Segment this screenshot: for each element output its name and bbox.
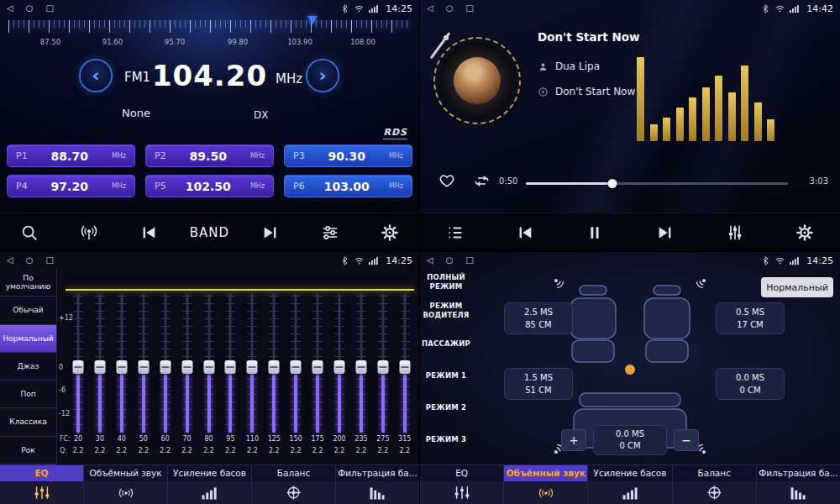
preset-button-p3[interactable]: P3 90.30 MHz: [284, 144, 412, 167]
tab-balance[interactable]: Баланс: [673, 465, 757, 504]
eq-band-slider[interactable]: [330, 294, 349, 433]
eq-preset-custom[interactable]: Обычай: [0, 297, 56, 324]
eq-band-slider[interactable]: [265, 294, 283, 433]
next-station-button[interactable]: ›: [307, 60, 338, 91]
tab-filter[interactable]: Фильтрация ба...: [757, 465, 840, 504]
eq-slider-knob[interactable]: [355, 360, 366, 374]
eq-slider-knob[interactable]: [269, 360, 280, 374]
repeat-button[interactable]: [474, 173, 490, 189]
mode-3-button[interactable]: РЕЖИМ 3: [420, 430, 472, 450]
rear-right-delay-button[interactable]: 0.0 MS 0 CM: [716, 368, 785, 400]
eq-slider-knob[interactable]: [247, 360, 258, 374]
tuning-scale[interactable]: [8, 20, 411, 35]
eq-band-slider[interactable]: [396, 294, 414, 433]
mode-2-button[interactable]: РЕЖИМ 2: [420, 398, 472, 418]
eq-preset-normal[interactable]: Нормальный: [0, 325, 56, 353]
eq-slider-knob[interactable]: [116, 360, 127, 374]
eq-slider-knob[interactable]: [160, 360, 171, 374]
eq-band-slider[interactable]: [113, 294, 131, 433]
mode-full-button[interactable]: ПОЛНЫЙ РЕЖИМ: [420, 270, 472, 293]
rear-left-delay-button[interactable]: 1.5 MS 51 CM: [504, 368, 573, 400]
next-track-button[interactable]: [252, 219, 289, 246]
settings-button[interactable]: [371, 219, 408, 246]
eq-slider-knob[interactable]: [138, 360, 149, 374]
decrease-delay-button[interactable]: −: [674, 429, 699, 451]
eq-slider-knob[interactable]: [377, 360, 388, 374]
audio-settings-button[interactable]: [717, 219, 753, 246]
preset-button-p1[interactable]: P1 88.70 MHz: [7, 144, 135, 167]
eq-slider-knob[interactable]: [334, 360, 345, 374]
back-icon[interactable]: ◁: [7, 0, 13, 17]
eq-band-slider[interactable]: [91, 294, 109, 433]
eq-preset-rock[interactable]: Рок: [0, 437, 56, 465]
mode-passenger-button[interactable]: ПАССАЖИР: [420, 334, 472, 354]
eq-band-slider[interactable]: [308, 294, 327, 433]
tab-surround-sound[interactable]: Объёмный звук: [504, 465, 588, 504]
eq-preset-pop[interactable]: Поп: [0, 381, 56, 408]
audio-settings-button[interactable]: [312, 219, 349, 246]
home-icon[interactable]: ○: [446, 252, 454, 269]
eq-slider-knob[interactable]: [312, 360, 323, 374]
progress-knob[interactable]: [607, 179, 617, 188]
favorite-button[interactable]: [438, 172, 455, 189]
prev-track-button[interactable]: [507, 219, 543, 246]
recents-icon[interactable]: □: [45, 252, 53, 269]
home-icon[interactable]: ○: [446, 0, 454, 17]
eq-band-slider[interactable]: [243, 294, 261, 433]
eq-slider-knob[interactable]: [94, 360, 105, 374]
tab-bass-boost[interactable]: Усиление басов: [168, 465, 252, 504]
listening-position-dot[interactable]: [625, 365, 635, 375]
eq-slider-knob[interactable]: [203, 360, 214, 374]
back-icon[interactable]: ◁: [427, 0, 433, 17]
eq-slider-knob[interactable]: [73, 360, 84, 374]
broadcast-button[interactable]: [71, 219, 108, 246]
recents-icon[interactable]: □: [45, 0, 53, 17]
eq-band-slider[interactable]: [221, 294, 239, 433]
recents-icon[interactable]: □: [465, 0, 473, 17]
tab-filter[interactable]: Фильтрация ба...: [336, 465, 419, 504]
preset-button-p6[interactable]: P6 103.00 MHz: [284, 175, 412, 197]
recents-icon[interactable]: □: [465, 252, 473, 269]
eq-band-slider[interactable]: [156, 294, 175, 433]
front-left-delay-button[interactable]: 2.5 MS 85 CM: [504, 302, 573, 334]
progress-bar[interactable]: [526, 182, 788, 185]
prev-track-button[interactable]: [130, 219, 167, 246]
back-icon[interactable]: ◁: [7, 252, 13, 269]
tab-bass-boost[interactable]: Усиление басов: [588, 465, 672, 504]
pause-button[interactable]: [576, 219, 613, 246]
preset-button-p2[interactable]: P2 89.50 MHz: [145, 144, 274, 167]
profile-button[interactable]: Нормальный: [761, 277, 833, 297]
tab-balance[interactable]: Баланс: [252, 465, 336, 504]
home-icon[interactable]: ○: [26, 252, 34, 269]
eq-band-slider[interactable]: [134, 294, 153, 433]
preset-button-p4[interactable]: P4 97.20 MHz: [7, 175, 135, 197]
front-right-delay-button[interactable]: 0.5 MS 17 CM: [716, 302, 785, 334]
preset-button-p5[interactable]: P5 102.50 MHz: [145, 175, 274, 197]
settings-button[interactable]: [786, 219, 823, 246]
tab-eq[interactable]: EQ: [0, 465, 84, 504]
eq-band-slider[interactable]: [374, 294, 392, 433]
eq-preset-default[interactable]: По умолчанию: [0, 269, 56, 297]
playlist-button[interactable]: [437, 219, 474, 246]
increase-delay-button[interactable]: +: [561, 429, 586, 451]
search-button[interactable]: [11, 219, 48, 246]
eq-slider-knob[interactable]: [225, 360, 236, 374]
eq-band-slider[interactable]: [286, 294, 305, 433]
eq-band-slider[interactable]: [178, 294, 197, 433]
back-icon[interactable]: ◁: [427, 252, 433, 269]
eq-band-slider[interactable]: [200, 294, 218, 433]
eq-band-slider[interactable]: [352, 294, 370, 433]
next-track-button[interactable]: [647, 219, 684, 246]
tab-eq[interactable]: EQ: [420, 465, 504, 504]
eq-slider-knob[interactable]: [291, 360, 302, 374]
eq-slider-knob[interactable]: [181, 360, 192, 374]
tab-surround-sound[interactable]: Объёмный звук: [84, 465, 168, 504]
eq-preset-jazz[interactable]: Джаз: [0, 353, 56, 381]
eq-preset-classic[interactable]: Классика: [0, 408, 56, 436]
band-button[interactable]: BAND: [190, 219, 229, 246]
mode-driver-button[interactable]: РЕЖИМ ВОДИТЕЛЯ: [420, 299, 472, 322]
eq-slider-knob[interactable]: [399, 360, 410, 374]
home-icon[interactable]: ○: [26, 0, 34, 17]
eq-band-slider[interactable]: [69, 294, 87, 433]
mode-1-button[interactable]: РЕЖИМ 1: [420, 366, 472, 386]
